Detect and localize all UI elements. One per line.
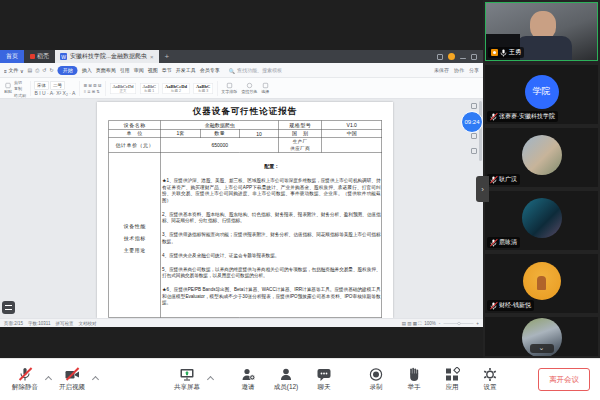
- copy-button[interactable]: 复制: [14, 86, 26, 92]
- select-button[interactable]: 选择: [261, 83, 269, 94]
- participant-tile[interactable]: 学院 张赛赛·安徽科技学院: [485, 65, 598, 124]
- menu-tab-page-layout[interactable]: 页面布局: [96, 67, 116, 74]
- participant-tile[interactable]: 扈咏清: [485, 191, 598, 250]
- pane-icon[interactable]: [471, 133, 477, 139]
- font-size-combo[interactable]: 二号: [51, 81, 65, 90]
- tab-home[interactable]: 首页: [0, 50, 24, 63]
- paste-button[interactable]: 粘贴: [4, 83, 12, 94]
- participant-tile[interactable]: 财经-钱新悦: [485, 254, 598, 313]
- participant-name-tag: 张赛赛·安徽科技学院: [487, 111, 558, 122]
- share-screen-button[interactable]: 共享屏幕: [168, 367, 206, 392]
- doc-nav-pane-button[interactable]: [2, 301, 15, 314]
- sidebar-collapse-handle[interactable]: ›: [476, 176, 489, 202]
- pane-icon[interactable]: [471, 148, 477, 154]
- font-group: 宋体 二号 B I U · A· X² X₂ · A: [35, 81, 76, 96]
- participant-tile[interactable]: ⌄: [485, 317, 598, 356]
- view-mode-icons[interactable]: ▤ ▥ ▦ ⛶: [402, 321, 422, 327]
- participant-tile-video[interactable]: 王勇: [485, 2, 598, 61]
- members-button[interactable]: 成员(12): [267, 367, 305, 392]
- video-options-chevron[interactable]: [92, 376, 99, 383]
- zoom-level[interactable]: 100%: [424, 321, 436, 326]
- ribbon-search[interactable]: 🔍 查找功能、搜索模板: [229, 67, 282, 74]
- tab-document[interactable]: W 安徽科技学院...金融数据爬虫 ×: [55, 50, 159, 63]
- record-icon: [368, 367, 384, 382]
- pane-icon[interactable]: [471, 103, 477, 109]
- record-button[interactable]: 录制: [357, 367, 395, 392]
- minimize-icon[interactable]: [460, 58, 466, 59]
- menu-tab-member[interactable]: 会员专享: [200, 67, 220, 74]
- page-indicator: 页面:2/15: [4, 320, 23, 327]
- menu-tab-view[interactable]: 视图: [148, 67, 158, 74]
- mic-muted-icon: [490, 176, 497, 184]
- invite-button[interactable]: 邀请: [229, 367, 267, 392]
- members-icon: [278, 367, 294, 382]
- vertical-scrollbar[interactable]: [479, 101, 482, 161]
- spellcheck-toggle[interactable]: 拼写检查: [55, 320, 73, 327]
- collaborate-button[interactable]: 协作: [454, 67, 464, 74]
- zoom-slider[interactable]: [443, 323, 473, 324]
- apps-button[interactable]: 应用: [433, 367, 471, 392]
- vip-icon[interactable]: [448, 53, 455, 60]
- mic-muted-icon: [17, 367, 33, 382]
- menu-tab-references[interactable]: 引用: [120, 67, 130, 74]
- mic-muted-icon: [490, 239, 497, 247]
- style-heading3[interactable]: AaBbC 标题 3: [194, 83, 213, 94]
- word-count[interactable]: 字数:10311: [28, 320, 50, 327]
- config-heading: 配置：: [163, 163, 381, 170]
- spec-paragraph: ★6、应提供PE/PB Bands导出图、Beta计算器、WACC计算器、IRR…: [162, 286, 381, 306]
- menu-tab-devtools[interactable]: 开发工具: [176, 67, 196, 74]
- participants-sidebar: 王勇 学院 张赛赛·安徽科技学院 耿广汉: [483, 0, 600, 358]
- cut-button[interactable]: 剪切: [14, 79, 26, 85]
- timer-badge[interactable]: 09:24: [461, 111, 483, 133]
- style-heading2[interactable]: AaBbCcDd 标题 2: [163, 83, 190, 94]
- new-tab-button[interactable]: +: [159, 50, 176, 63]
- document-page: 仪器设备可行性论证报告 设备名称 金融数据爬虫 规格型号 V1.0 单 位 1套: [97, 102, 393, 318]
- menu-tab-review[interactable]: 审阅: [134, 67, 144, 74]
- share-options-chevron[interactable]: [207, 376, 214, 383]
- maximize-icon[interactable]: [471, 54, 477, 60]
- zoom-in-button[interactable]: +: [476, 321, 479, 326]
- unmute-button[interactable]: 解除静音: [6, 367, 44, 392]
- sync-status[interactable]: 未保存: [434, 67, 449, 74]
- clipboard-group: 粘贴 剪切 复制 格式刷: [4, 79, 26, 98]
- wps-statusbar: 页面:2/15 字数:10311 拼写检查 文档校对 ▤ ▥ ▦ ⛶ 100% …: [0, 318, 483, 327]
- chat-button[interactable]: 聊天: [305, 367, 343, 392]
- share-button[interactable]: 分享: [469, 67, 479, 74]
- style-normal[interactable]: AaBbCcDd 正文: [110, 83, 136, 94]
- participant-tile[interactable]: 耿广汉: [485, 128, 598, 187]
- raise-hand-button[interactable]: 举手: [395, 367, 433, 392]
- quick-access-toolbar[interactable]: ▤⎙↺↻: [28, 68, 54, 74]
- spec-paragraph: 4、应提供央企及金融公司统计、证监会专题等报表数据。: [162, 252, 381, 259]
- menu-tab-insert[interactable]: 插入: [82, 67, 92, 74]
- close-tab-icon[interactable]: ×: [150, 54, 154, 60]
- spec-paragraph: 5、应提供券商公司数据，以券商的维度提供与券商相关公司的专项数据，包括融资融券交…: [162, 266, 381, 279]
- tab-docer[interactable]: 稻壳: [24, 50, 55, 63]
- format-painter-button[interactable]: 格式刷: [14, 92, 26, 98]
- proofread-toggle[interactable]: 文档校对: [78, 320, 96, 327]
- tab-docer-label: 稻壳: [37, 52, 49, 61]
- zoom-out-button[interactable]: -: [439, 321, 441, 326]
- docer-icon: [30, 54, 35, 59]
- menu-tab-start[interactable]: 开始: [58, 66, 78, 75]
- text-layout-button[interactable]: 文字排版: [221, 83, 237, 94]
- menu-tab-section[interactable]: 章节: [162, 67, 172, 74]
- font-format-buttons[interactable]: B I U · A· X² X₂ · A: [35, 91, 76, 97]
- layout-grid-icon[interactable]: [437, 54, 443, 60]
- settings-button[interactable]: 设置: [471, 367, 509, 392]
- table-row: 估计单价（元） 650000 生产厂 供应厂商: [109, 138, 382, 153]
- mic-muted-icon: [490, 113, 497, 121]
- collapse-tile-button[interactable]: ⌄: [530, 344, 554, 353]
- start-video-button[interactable]: 开启视频: [53, 367, 91, 392]
- paragraph-group[interactable]: ☰ ☱ ☲ ☳ ≡ ≣ ⊞ ⇅: [84, 84, 102, 94]
- find-replace-button[interactable]: 查找替换: [241, 83, 257, 94]
- mute-options-chevron[interactable]: [45, 376, 52, 383]
- file-menu[interactable]: ≡ 文件 ∨: [4, 67, 24, 74]
- font-name-combo[interactable]: 宋体: [35, 81, 49, 90]
- leave-meeting-button[interactable]: 离开会议: [538, 368, 590, 391]
- host-badge-icon: [491, 49, 498, 56]
- style-heading1[interactable]: AaBbC 标题 1: [140, 83, 159, 94]
- paste-icon: [6, 83, 11, 88]
- window-controls: [437, 50, 483, 63]
- account-actions: 未保存 协作 分享: [434, 67, 479, 74]
- invite-icon: [240, 367, 256, 382]
